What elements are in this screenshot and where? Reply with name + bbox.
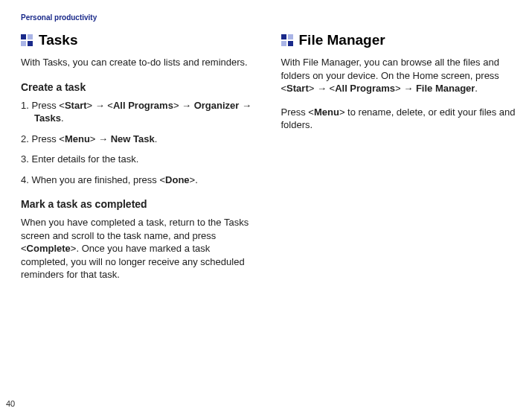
- step-2: Press <Menu> → New Task.: [21, 133, 259, 146]
- tasks-heading: Tasks: [21, 32, 259, 48]
- right-column: File Manager With File Manager, you can …: [281, 32, 519, 292]
- create-task-steps: Press <Start> → <All Programs> → Organiz…: [21, 99, 259, 187]
- filemanager-para2: Press <Menu> to rename, delete, or edit …: [281, 106, 519, 132]
- filemanager-intro: With File Manager, you can browse all th…: [281, 56, 519, 95]
- tasks-intro: With Tasks, you can create to-do lists a…: [21, 56, 259, 69]
- two-column-layout: Tasks With Tasks, you can create to-do l…: [21, 32, 519, 292]
- step-4: When you are finished, press <Done>.: [21, 174, 259, 187]
- filemanager-title: File Manager: [299, 32, 385, 48]
- mark-complete-subhead: Mark a task as completed: [21, 198, 259, 210]
- section-header: Personal productivity: [21, 13, 519, 22]
- step-3: Enter details for the task.: [21, 153, 259, 166]
- squares-icon: [21, 34, 33, 46]
- page-number: 40: [6, 399, 15, 408]
- tasks-title: Tasks: [39, 32, 77, 48]
- step-1: Press <Start> → <All Programs> → Organiz…: [21, 99, 259, 125]
- create-task-subhead: Create a task: [21, 81, 259, 93]
- mark-complete-para: When you have completed a task, return t…: [21, 216, 259, 281]
- squares-icon: [281, 34, 293, 46]
- filemanager-heading: File Manager: [281, 32, 519, 48]
- left-column: Tasks With Tasks, you can create to-do l…: [21, 32, 259, 292]
